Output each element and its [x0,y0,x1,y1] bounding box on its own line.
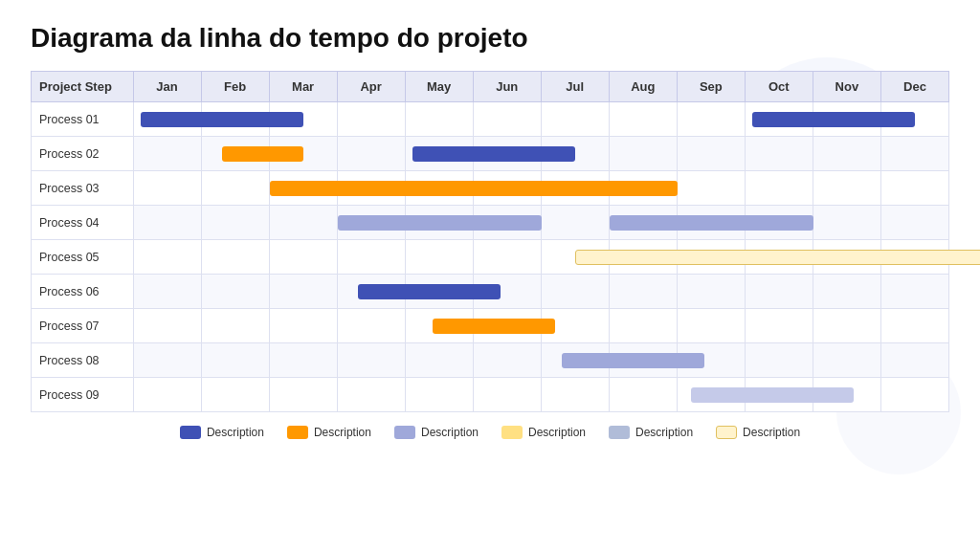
process-label: Process 01 [32,102,134,137]
gantt-cell [541,378,609,412]
gantt-cell [133,378,201,412]
gantt-cell [337,206,405,240]
legend-item: Description [501,426,586,439]
gantt-cell [201,275,269,309]
col-header-may: May [405,72,473,102]
gantt-cell [405,378,473,412]
gantt-bar [562,353,704,368]
legend-color-box [501,426,523,439]
legend-label: Description [635,426,693,439]
legend-label: Description [207,426,264,439]
gantt-cell [473,378,541,412]
gantt-cell [541,102,609,137]
gantt-cell [405,309,473,343]
gantt-cell [201,343,269,378]
gantt-cell [337,275,405,309]
legend-label: Description [314,426,371,439]
gantt-cell [473,102,541,137]
gantt-cell [880,206,948,240]
table-row: Process 02 [32,137,949,171]
gantt-cell [677,171,745,206]
gantt-cell [541,240,609,275]
gantt-cell [337,343,405,378]
gantt-cell [201,378,269,412]
legend-item: Description [180,426,264,439]
col-header-jul: Jul [541,72,609,102]
legend-item: Description [394,426,479,439]
gantt-cell [677,275,745,309]
legend: DescriptionDescriptionDescriptionDescrip… [31,426,949,439]
col-header-nov: Nov [813,72,880,102]
gantt-cell [337,240,405,275]
gantt-cell [609,309,677,343]
legend-label: Description [421,426,479,439]
table-row: Process 03 [32,171,949,206]
gantt-cell [880,378,948,412]
gantt-cell [880,171,948,206]
gantt-bar [412,146,575,162]
legend-item: Description [716,426,800,439]
gantt-cell [677,378,745,412]
gantt-cell [813,343,880,378]
gantt-cell [745,309,813,343]
gantt-cell [813,275,880,309]
process-label: Process 04 [32,206,134,240]
gantt-cell [609,102,677,137]
gantt-cell [745,137,813,171]
gantt-cell [133,171,201,206]
gantt-cell [269,378,337,412]
gantt-cell [541,275,609,309]
gantt-cell [813,309,880,343]
process-label: Process 05 [32,240,134,275]
gantt-cell [880,275,948,309]
gantt-cell [201,171,269,206]
gantt-cell [677,102,745,137]
table-row: Process 01 [32,102,949,137]
table-row: Process 07 [32,309,949,343]
gantt-cell [201,309,269,343]
gantt-cell [337,378,405,412]
gantt-bar [691,387,854,403]
legend-item: Description [287,426,371,439]
table-row: Process 05 [32,240,949,275]
gantt-cell [473,240,541,275]
gantt-cell [405,240,473,275]
col-header-apr: Apr [337,72,405,102]
legend-color-box [287,426,308,439]
gantt-cell [745,343,813,378]
gantt-cell [541,343,609,378]
gantt-cell [201,137,269,171]
table-row: Process 06 [32,275,949,309]
legend-label: Description [743,426,800,439]
gantt-cell [880,137,948,171]
process-label: Process 02 [32,137,134,171]
col-header-jun: Jun [473,72,541,102]
gantt-cell [201,240,269,275]
gantt-cell [133,137,201,171]
gantt-cell [813,137,880,171]
gantt-cell [880,343,948,378]
gantt-bar [358,284,501,299]
gantt-cell [541,206,609,240]
gantt-chart: Project Step JanFebMarAprMayJunJulAugSep… [31,71,949,412]
gantt-cell [609,206,677,240]
gantt-bar [141,112,303,127]
gantt-cell [337,137,405,171]
process-label: Process 06 [32,275,134,309]
gantt-cell [609,378,677,412]
legend-color-box [716,426,737,439]
col-header-aug: Aug [609,72,677,102]
gantt-cell [269,240,337,275]
legend-label: Description [528,426,586,439]
legend-color-box [180,426,201,439]
table-row: Process 09 [32,378,949,412]
gantt-cell [609,275,677,309]
gantt-cell [269,343,337,378]
col-header-step: Project Step [32,72,134,102]
gantt-cell [337,102,405,137]
gantt-bar [222,146,303,162]
gantt-cell [133,343,201,378]
gantt-cell [609,137,677,171]
table-row: Process 04 [32,206,949,240]
gantt-cell [405,343,473,378]
